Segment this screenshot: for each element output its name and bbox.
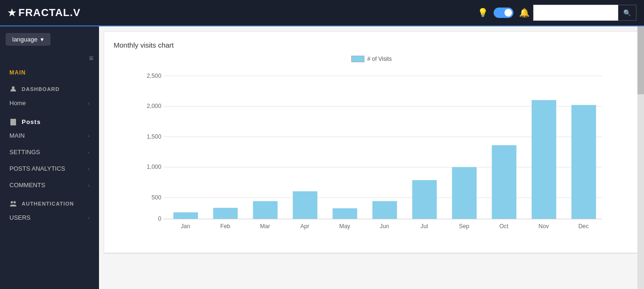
svg-rect-35 bbox=[492, 145, 516, 219]
svg-text:Jul: Jul bbox=[421, 223, 428, 230]
svg-rect-25 bbox=[293, 191, 317, 219]
posts-group: Posts bbox=[0, 111, 99, 127]
comments-label: COMMENTS bbox=[9, 182, 45, 189]
svg-text:1,500: 1,500 bbox=[147, 133, 161, 140]
chevron-right-icon: › bbox=[88, 166, 90, 172]
sidebar-item-comments[interactable]: COMMENTS › bbox=[0, 177, 99, 193]
svg-rect-31 bbox=[412, 180, 437, 219]
content-divider bbox=[104, 253, 639, 254]
posts-label: Posts bbox=[22, 118, 41, 125]
settings-sub-label: SETTINGS bbox=[9, 149, 40, 156]
svg-text:Oct: Oct bbox=[499, 223, 509, 230]
sidebar-item-users[interactable]: USERS › bbox=[0, 209, 99, 226]
section-main-label: MAIN bbox=[0, 65, 99, 79]
logo: ★ FRACTAL.V bbox=[8, 7, 81, 19]
chevron-right-icon: › bbox=[88, 182, 90, 188]
chevron-down-icon: ▾ bbox=[41, 36, 44, 43]
svg-rect-23 bbox=[253, 201, 278, 219]
legend-label: # of Visits bbox=[367, 56, 392, 62]
bell-icon[interactable]: 🔔 bbox=[519, 8, 529, 18]
search-button[interactable]: 🔍 bbox=[618, 5, 636, 21]
svg-point-6 bbox=[14, 201, 16, 204]
sidebar-item-settings[interactable]: SETTINGS › bbox=[0, 144, 99, 160]
star-icon: ★ bbox=[8, 7, 17, 18]
theme-toggle[interactable] bbox=[494, 8, 513, 18]
language-button[interactable]: language ▾ bbox=[6, 33, 50, 46]
logo-text: FRACTAL.V bbox=[18, 7, 81, 19]
scrollbar-thumb[interactable] bbox=[637, 26, 644, 94]
svg-rect-37 bbox=[532, 100, 556, 219]
svg-text:Sep: Sep bbox=[459, 223, 469, 230]
search-icon: 🔍 bbox=[623, 9, 631, 17]
svg-text:1,000: 1,000 bbox=[147, 164, 161, 170]
dashboard-icon bbox=[9, 85, 17, 93]
svg-rect-29 bbox=[372, 201, 397, 219]
svg-text:May: May bbox=[339, 223, 350, 230]
svg-text:2,500: 2,500 bbox=[147, 73, 161, 79]
svg-point-5 bbox=[11, 201, 13, 204]
svg-text:Nov: Nov bbox=[538, 223, 549, 230]
svg-text:Jan: Jan bbox=[181, 223, 190, 230]
language-section: language ▾ bbox=[0, 26, 99, 52]
chevron-right-icon: › bbox=[88, 149, 90, 155]
posts-analytics-label: POSTS ANALYTICS bbox=[9, 165, 65, 172]
chevron-right-icon: › bbox=[88, 215, 90, 221]
authentication-group: AUTHENTICATION bbox=[0, 193, 99, 209]
posts-icon bbox=[9, 118, 17, 125]
language-label: language bbox=[12, 36, 38, 43]
svg-text:Apr: Apr bbox=[300, 223, 309, 230]
home-label: Home bbox=[9, 99, 26, 107]
authentication-label: AUTHENTICATION bbox=[22, 201, 74, 206]
svg-text:Dec: Dec bbox=[578, 223, 589, 230]
chart-container: Monthly visits chart # of Visits .axis-l… bbox=[104, 31, 639, 253]
topnav-icons: 💡 🔔 bbox=[478, 8, 529, 18]
svg-text:500: 500 bbox=[152, 194, 162, 201]
svg-text:Jun: Jun bbox=[380, 223, 389, 230]
search-bar: 🔍 bbox=[533, 5, 636, 21]
svg-text:0: 0 bbox=[158, 215, 161, 222]
svg-rect-19 bbox=[173, 212, 198, 219]
chart-legend: # of Visits bbox=[114, 56, 629, 62]
sidebar: language ▾ ≡ MAIN DASHBOARD Home › Posts… bbox=[0, 26, 99, 289]
chart-svg-wrapper: .axis-label { font-size: 13px; fill: #66… bbox=[114, 67, 629, 243]
main-sub-label: MAIN bbox=[9, 132, 25, 139]
svg-rect-27 bbox=[332, 208, 357, 219]
users-label: USERS bbox=[9, 214, 31, 221]
hamburger-icon[interactable]: ≡ bbox=[0, 52, 99, 65]
legend-color-box bbox=[351, 56, 364, 62]
svg-rect-33 bbox=[452, 167, 477, 219]
scrollbar[interactable] bbox=[637, 26, 644, 289]
sidebar-item-posts-analytics[interactable]: POSTS ANALYTICS › bbox=[0, 160, 99, 177]
main-layout: language ▾ ≡ MAIN DASHBOARD Home › Posts… bbox=[0, 26, 644, 289]
chart-title: Monthly visits chart bbox=[114, 41, 629, 49]
topnav: ★ FRACTAL.V 💡 🔔 🔍 bbox=[0, 0, 644, 26]
svg-rect-39 bbox=[571, 105, 596, 219]
dashboard-label: DASHBOARD bbox=[22, 86, 60, 92]
svg-text:Mar: Mar bbox=[260, 223, 270, 230]
dashboard-group: DASHBOARD bbox=[0, 79, 99, 95]
bar-chart-svg: .axis-label { font-size: 13px; fill: #66… bbox=[114, 67, 629, 241]
sidebar-item-main[interactable]: MAIN › bbox=[0, 127, 99, 144]
chevron-right-icon: › bbox=[88, 100, 90, 106]
search-input[interactable] bbox=[533, 5, 618, 21]
authentication-icon bbox=[9, 200, 17, 207]
chevron-right-icon: › bbox=[88, 133, 90, 139]
main-content: Monthly visits chart # of Visits .axis-l… bbox=[99, 26, 644, 289]
svg-text:Feb: Feb bbox=[220, 223, 230, 230]
svg-text:2,000: 2,000 bbox=[147, 103, 161, 109]
svg-rect-21 bbox=[213, 208, 238, 219]
bulb-icon[interactable]: 💡 bbox=[478, 8, 488, 18]
sidebar-item-home[interactable]: Home › bbox=[0, 95, 99, 111]
